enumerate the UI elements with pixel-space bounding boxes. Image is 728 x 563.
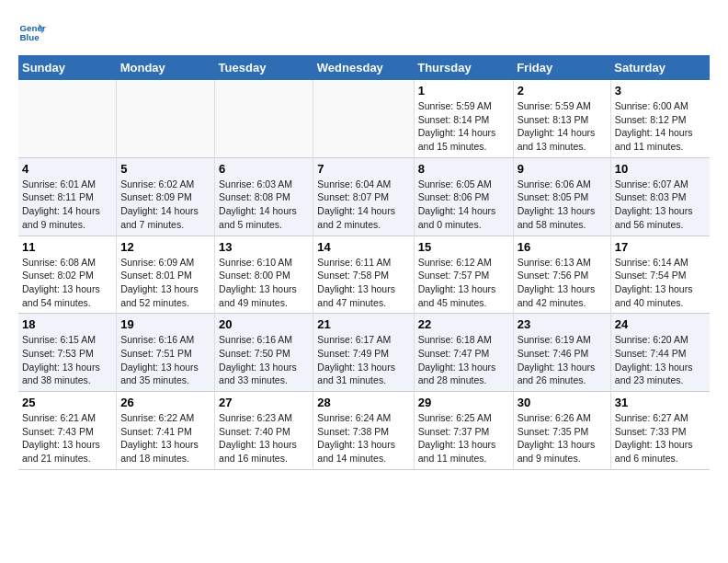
day-number: 19 [120,317,210,331]
weekday-header-thursday: Thursday [414,55,513,80]
calendar-cell: 9Sunrise: 6:06 AM Sunset: 8:05 PM Daylig… [513,157,610,236]
svg-text:Blue: Blue [20,32,40,42]
calendar-cell: 6Sunrise: 6:03 AM Sunset: 8:08 PM Daylig… [215,157,313,236]
calendar-cell: 26Sunrise: 6:22 AM Sunset: 7:41 PM Dayli… [117,392,215,470]
day-number: 18 [22,317,112,331]
day-detail: Sunrise: 6:10 AM Sunset: 8:00 PM Dayligh… [219,257,297,308]
day-detail: Sunrise: 6:25 AM Sunset: 7:37 PM Dayligh… [418,412,496,464]
day-detail: Sunrise: 6:17 AM Sunset: 7:49 PM Dayligh… [317,334,395,385]
week-row-2: 4Sunrise: 6:01 AM Sunset: 8:11 PM Daylig… [18,157,710,236]
day-number: 14 [317,240,409,254]
day-detail: Sunrise: 6:16 AM Sunset: 7:51 PM Dayligh… [120,334,199,385]
day-detail: Sunrise: 6:18 AM Sunset: 7:47 PM Dayligh… [418,334,496,385]
calendar-cell: 25Sunrise: 6:21 AM Sunset: 7:43 PM Dayli… [18,392,117,470]
day-detail: Sunrise: 6:06 AM Sunset: 8:05 PM Dayligh… [518,178,596,230]
calendar-cell: 1Sunrise: 5:59 AM Sunset: 8:14 PM Daylig… [414,80,513,157]
day-detail: Sunrise: 6:16 AM Sunset: 7:50 PM Dayligh… [219,334,297,385]
weekday-header-monday: Monday [117,55,215,80]
day-detail: Sunrise: 5:59 AM Sunset: 8:13 PM Dayligh… [518,100,596,152]
day-number: 7 [317,162,409,176]
day-detail: Sunrise: 6:09 AM Sunset: 8:01 PM Dayligh… [120,257,199,308]
day-number: 22 [418,317,509,331]
calendar-cell: 27Sunrise: 6:23 AM Sunset: 7:40 PM Dayli… [215,392,313,470]
weekday-header-wednesday: Wednesday [313,55,414,80]
calendar-cell: 30Sunrise: 6:26 AM Sunset: 7:35 PM Dayli… [513,392,610,470]
calendar-cell: 23Sunrise: 6:19 AM Sunset: 7:46 PM Dayli… [513,314,610,392]
day-detail: Sunrise: 6:23 AM Sunset: 7:40 PM Dayligh… [219,412,297,464]
day-detail: Sunrise: 6:03 AM Sunset: 8:08 PM Dayligh… [219,178,297,230]
calendar-cell: 8Sunrise: 6:05 AM Sunset: 8:06 PM Daylig… [414,157,513,236]
day-number: 5 [120,162,210,176]
day-number: 25 [22,396,112,409]
day-detail: Sunrise: 6:04 AM Sunset: 8:07 PM Dayligh… [317,178,395,230]
calendar-cell: 5Sunrise: 6:02 AM Sunset: 8:09 PM Daylig… [117,157,215,236]
calendar-cell: 16Sunrise: 6:13 AM Sunset: 7:56 PM Dayli… [513,236,610,314]
day-detail: Sunrise: 6:26 AM Sunset: 7:35 PM Dayligh… [518,412,596,464]
day-detail: Sunrise: 6:21 AM Sunset: 7:43 PM Dayligh… [22,412,100,464]
calendar-table: SundayMondayTuesdayWednesdayThursdayFrid… [18,55,710,470]
week-row-5: 25Sunrise: 6:21 AM Sunset: 7:43 PM Dayli… [18,392,710,470]
calendar-cell: 18Sunrise: 6:15 AM Sunset: 7:53 PM Dayli… [18,314,117,392]
day-detail: Sunrise: 6:07 AM Sunset: 8:03 PM Dayligh… [615,178,693,230]
day-number: 27 [219,396,309,409]
day-number: 28 [317,396,409,409]
calendar-cell: 20Sunrise: 6:16 AM Sunset: 7:50 PM Dayli… [215,314,313,392]
day-detail: Sunrise: 6:27 AM Sunset: 7:33 PM Dayligh… [615,412,693,464]
calendar-cell: 4Sunrise: 6:01 AM Sunset: 8:11 PM Daylig… [18,157,117,236]
day-detail: Sunrise: 6:12 AM Sunset: 7:57 PM Dayligh… [418,257,496,308]
day-detail: Sunrise: 6:22 AM Sunset: 7:41 PM Dayligh… [120,412,199,464]
day-detail: Sunrise: 6:01 AM Sunset: 8:11 PM Dayligh… [22,178,100,230]
calendar-cell: 28Sunrise: 6:24 AM Sunset: 7:38 PM Dayli… [313,392,414,470]
day-detail: Sunrise: 6:05 AM Sunset: 8:06 PM Dayligh… [418,178,496,230]
calendar-cell: 19Sunrise: 6:16 AM Sunset: 7:51 PM Dayli… [117,314,215,392]
day-detail: Sunrise: 6:13 AM Sunset: 7:56 PM Dayligh… [518,257,596,308]
day-detail: Sunrise: 6:15 AM Sunset: 7:53 PM Dayligh… [22,334,100,385]
day-detail: Sunrise: 6:08 AM Sunset: 8:02 PM Dayligh… [22,257,100,308]
day-number: 24 [615,317,706,331]
day-number: 16 [518,240,607,254]
day-number: 9 [518,162,607,176]
calendar-cell: 3Sunrise: 6:00 AM Sunset: 8:12 PM Daylig… [610,80,710,157]
day-number: 20 [219,317,309,331]
day-number: 26 [120,396,210,409]
weekday-header-sunday: Sunday [18,55,117,80]
day-number: 21 [317,317,409,331]
calendar-cell: 10Sunrise: 6:07 AM Sunset: 8:03 PM Dayli… [610,157,710,236]
calendar-cell: 14Sunrise: 6:11 AM Sunset: 7:58 PM Dayli… [313,236,414,314]
calendar-cell [313,80,414,157]
logo: General Blue [18,18,46,46]
day-number: 17 [615,240,706,254]
weekday-header-friday: Friday [513,55,610,80]
calendar-cell: 21Sunrise: 6:17 AM Sunset: 7:49 PM Dayli… [313,314,414,392]
day-number: 10 [615,162,706,176]
calendar-cell: 15Sunrise: 6:12 AM Sunset: 7:57 PM Dayli… [414,236,513,314]
calendar-cell [215,80,313,157]
calendar-cell: 11Sunrise: 6:08 AM Sunset: 8:02 PM Dayli… [18,236,117,314]
calendar-cell: 7Sunrise: 6:04 AM Sunset: 8:07 PM Daylig… [313,157,414,236]
logo-icon: General Blue [18,18,46,46]
calendar-cell: 2Sunrise: 5:59 AM Sunset: 8:13 PM Daylig… [513,80,610,157]
calendar-cell: 29Sunrise: 6:25 AM Sunset: 7:37 PM Dayli… [414,392,513,470]
day-detail: Sunrise: 6:11 AM Sunset: 7:58 PM Dayligh… [317,257,395,308]
day-detail: Sunrise: 6:14 AM Sunset: 7:54 PM Dayligh… [615,257,693,308]
calendar-cell [117,80,215,157]
day-detail: Sunrise: 6:19 AM Sunset: 7:46 PM Dayligh… [518,334,596,385]
calendar-cell: 31Sunrise: 6:27 AM Sunset: 7:33 PM Dayli… [610,392,710,470]
day-number: 11 [22,240,112,254]
calendar-cell: 17Sunrise: 6:14 AM Sunset: 7:54 PM Dayli… [610,236,710,314]
weekday-header-tuesday: Tuesday [215,55,313,80]
page-header: General Blue [18,18,710,46]
day-number: 23 [518,317,607,331]
day-number: 12 [120,240,210,254]
calendar-cell: 12Sunrise: 6:09 AM Sunset: 8:01 PM Dayli… [117,236,215,314]
day-number: 1 [418,84,509,98]
day-number: 13 [219,240,309,254]
calendar-cell: 22Sunrise: 6:18 AM Sunset: 7:47 PM Dayli… [414,314,513,392]
weekday-header-saturday: Saturday [610,55,710,80]
weekday-header-row: SundayMondayTuesdayWednesdayThursdayFrid… [18,55,710,80]
calendar-cell [18,80,117,157]
day-number: 30 [518,396,607,409]
day-number: 4 [22,162,112,176]
day-detail: Sunrise: 6:20 AM Sunset: 7:44 PM Dayligh… [615,334,693,385]
week-row-3: 11Sunrise: 6:08 AM Sunset: 8:02 PM Dayli… [18,236,710,314]
